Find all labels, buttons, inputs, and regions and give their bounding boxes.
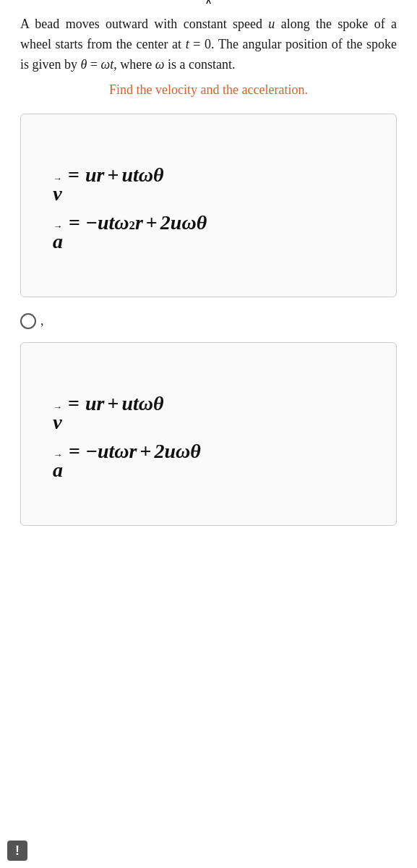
r-hat-4: ^ r bbox=[129, 441, 137, 461]
equations-block-2: → v = u ^ r + ut ω ^ θ bbox=[38, 366, 379, 502]
answer-box-1[interactable]: → v = u ^ r + ut ω ^ θ bbox=[20, 114, 397, 297]
a-vector-2: → a bbox=[53, 450, 63, 480]
r-hat-1: ^ r bbox=[97, 165, 105, 185]
acceleration-equation-1: → a = − ut ω2 ^ r + 2u ω bbox=[53, 207, 364, 252]
radio-row: , bbox=[20, 313, 397, 329]
find-prompt: Find the velocity and the acceleration. bbox=[20, 82, 397, 98]
theta-hat-4: ^ θ bbox=[190, 441, 201, 461]
wheel-word: wheel bbox=[20, 37, 51, 51]
theta-hat-1: ^ θ bbox=[153, 165, 164, 185]
theta-hat-2: ^ θ bbox=[197, 213, 207, 233]
acceleration-equation-2: → a = − ut ω ^ r + 2u ω bbox=[53, 435, 364, 480]
r-hat-2: ^ r bbox=[135, 213, 143, 233]
radio-button-1[interactable] bbox=[20, 313, 36, 329]
velocity-equation-1: → v = u ^ r + ut ω ^ θ bbox=[53, 159, 364, 204]
a-vector-1: → a bbox=[53, 221, 63, 252]
theta-hat-3: ^ θ bbox=[153, 393, 164, 414]
problem-text: A bead moves outward with constant speed… bbox=[20, 14, 397, 75]
velocity-equation-2: → v = u ^ r + ut ω ^ θ bbox=[53, 388, 364, 433]
page-container: A bead moves outward with constant speed… bbox=[0, 0, 417, 868]
v-vector-1: → v bbox=[53, 174, 62, 204]
equations-block-1: → v = u ^ r + ut ω ^ θ bbox=[38, 137, 379, 273]
answer-box-2[interactable]: → v = u ^ r + ut ω ^ θ bbox=[20, 342, 397, 526]
exclaim-button[interactable]: ! bbox=[7, 841, 27, 861]
v-vector-2: → v bbox=[53, 402, 62, 433]
r-hat-3: ^ r bbox=[97, 393, 105, 414]
radio-comma: , bbox=[40, 313, 44, 328]
